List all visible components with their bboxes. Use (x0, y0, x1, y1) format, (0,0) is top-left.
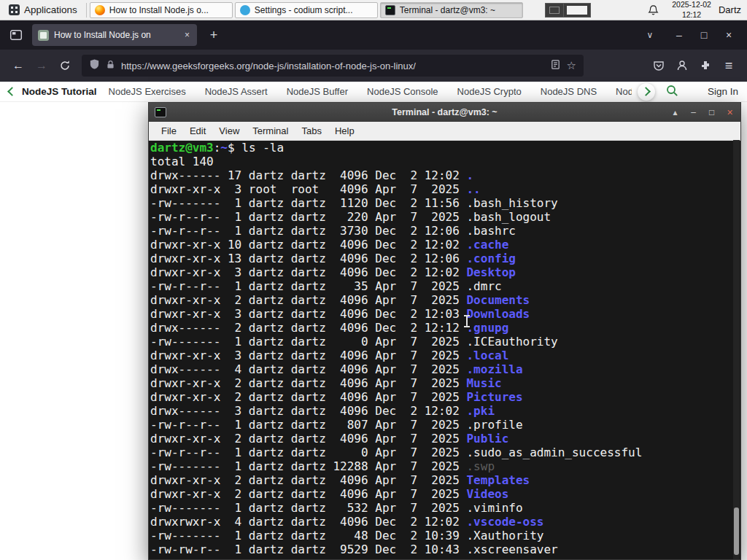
window-maximize-button[interactable]: □ (692, 20, 716, 50)
terminal-line: drwxr-xr-x 2 dartz dartz 4096 Apr 7 2025… (150, 390, 740, 404)
taskbar-button-terminal[interactable]: Terminal - dartz@vm3: ~ (380, 2, 523, 18)
clock-time: 12:12 (672, 10, 711, 20)
applications-icon (9, 4, 20, 15)
forward-button[interactable]: → (31, 55, 53, 77)
terminal-output[interactable]: dartz@vm3:~$ ls -latotal 140drwx------ 1… (149, 140, 740, 559)
terminal-menu-file[interactable]: File (155, 125, 183, 136)
terminal-menubar: FileEditViewTerminalTabsHelp (149, 122, 740, 141)
url-bar[interactable]: https://www.geeksforgeeks.org/node-js/in… (82, 55, 584, 77)
terminal-line: drwxr-xr-x 3 dartz dartz 4096 Apr 7 2025… (150, 349, 740, 362)
site-nav-link-6[interactable]: NodeJS DNS (541, 86, 597, 97)
terminal-line: drwxr-xr-x 2 dartz dartz 4096 Apr 7 2025… (150, 487, 740, 501)
search-icon[interactable] (665, 84, 678, 100)
site-nav-link-7[interactable]: Node (616, 86, 632, 97)
browser-tab[interactable]: How to Install Node.js on × (32, 24, 197, 46)
terminal-line: -rw-r--r-- 1 dartz dartz 220 Apr 7 2025 … (150, 210, 740, 224)
tab-close-icon[interactable]: × (183, 30, 191, 40)
taskbar-button-label: Terminal - dartz@vm3: ~ (400, 5, 495, 15)
terminal-window-controls: ▴ – □ × (669, 103, 736, 122)
terminal-app-icon (155, 107, 166, 117)
terminal-titlebar[interactable]: Terminal - dartz@vm3: ~ ▴ – □ × (149, 103, 740, 122)
browser-toolbar: ← → https://www.geeksforgeeks.org/node-j… (0, 50, 747, 82)
user-menu[interactable]: Dartz (719, 4, 741, 15)
top-panel: Applications How to Install Node.js o...… (0, 0, 747, 20)
terminal-line: drwxr-xr-x 3 dartz dartz 4096 Dec 2 12:0… (150, 307, 740, 321)
site-nav-link-1[interactable]: NodeJS Exercises (109, 86, 186, 97)
terminal-output-lines: dartz@vm3:~$ ls -latotal 140drwx------ 1… (150, 141, 740, 556)
clock[interactable]: 2025-12-02 12:12 (672, 0, 711, 19)
terminal-window: Terminal - dartz@vm3: ~ ▴ – □ × FileEdit… (148, 102, 741, 560)
terminal-menu-edit[interactable]: Edit (183, 125, 212, 136)
firefox-icon (95, 5, 105, 15)
notification-bell-icon[interactable] (648, 4, 659, 16)
list-all-tabs-icon[interactable]: ∨ (640, 30, 659, 40)
extensions-icon[interactable] (694, 55, 716, 77)
workspace-2[interactable] (563, 4, 590, 17)
menu-icon[interactable]: ≡ (718, 55, 740, 77)
terminal-maximize-button[interactable]: □ (705, 107, 718, 117)
site-nav-back-chevron-icon[interactable] (7, 87, 17, 96)
terminal-line: drwx------ 17 dartz dartz 4096 Dec 2 12:… (150, 168, 740, 182)
site-nav-link-5[interactable]: NodeJS Crypto (457, 86, 522, 97)
pocket-icon[interactable] (648, 55, 670, 77)
panel-separator (86, 3, 87, 18)
terminal-menu-help[interactable]: Help (328, 125, 361, 136)
terminal-line: drwx------ 3 dartz dartz 4096 Dec 2 12:0… (150, 404, 740, 418)
site-nav-link-3[interactable]: NodeJS Buffer (287, 86, 348, 97)
workspace-window-active (567, 6, 587, 15)
site-nav-link-4[interactable]: NodeJS Console (367, 86, 438, 97)
chevron-right-icon (642, 87, 651, 96)
terminal-menu-tabs[interactable]: Tabs (295, 125, 328, 136)
site-nav-active-item[interactable]: NodeJS Tutorial (22, 86, 97, 97)
tab-favicon (38, 30, 49, 41)
site-nav-forward-button[interactable] (638, 83, 655, 101)
account-icon[interactable] (671, 55, 693, 77)
terminal-minimize-button[interactable]: – (687, 107, 700, 117)
back-button[interactable]: ← (7, 55, 29, 77)
bookmark-star-icon[interactable]: ☆ (567, 59, 576, 72)
lock-icon[interactable] (106, 59, 115, 73)
taskbar-button-codium[interactable]: Settings - codium script... (235, 2, 378, 18)
site-nav-links: NodeJS ExercisesNodeJS AssertNodeJS Buff… (109, 86, 632, 97)
terminal-line: drwxr-xr-x 13 dartz dartz 4096 Dec 2 12:… (150, 252, 740, 265)
terminal-scrollbar-track[interactable] (733, 140, 740, 559)
reload-button[interactable] (54, 55, 76, 77)
terminal-line: drwxr-xr-x 3 root root 4096 Apr 7 2025 .… (150, 182, 740, 196)
clock-date: 2025-12-02 (672, 0, 711, 9)
terminal-line: drwxr-xr-x 2 dartz dartz 4096 Apr 7 2025… (150, 293, 740, 307)
site-nav-link-2[interactable]: NodeJS Assert (205, 86, 268, 97)
terminal-line: drwxr-xr-x 10 dartz dartz 4096 Dec 2 12:… (150, 238, 740, 252)
window-close-button[interactable]: × (716, 20, 741, 50)
firefox-view-button[interactable] (6, 25, 26, 45)
applications-menu-button[interactable]: Applications (3, 0, 83, 20)
browser-tab-bar: How to Install Node.js on × + ∨ – □ × (0, 20, 747, 50)
taskbar-button-label: How to Install Node.js o... (109, 5, 209, 15)
reader-mode-icon[interactable] (550, 59, 561, 73)
tracking-protection-shield-icon[interactable] (89, 58, 100, 73)
site-nav-bar: NodeJS Tutorial NodeJS ExercisesNodeJS A… (0, 82, 747, 102)
terminal-shade-button[interactable]: ▴ (669, 107, 681, 117)
sign-in-button[interactable]: Sign In (708, 86, 738, 97)
window-minimize-button[interactable]: – (667, 20, 692, 50)
terminal-title: Terminal - dartz@vm3: ~ (149, 107, 740, 117)
terminal-line: -rw-r--r-- 1 dartz dartz 35 Apr 7 2025 .… (150, 279, 740, 293)
applications-label: Applications (24, 4, 77, 15)
terminal-menu-terminal[interactable]: Terminal (246, 125, 295, 136)
new-tab-button[interactable]: + (204, 28, 223, 43)
terminal-close-button[interactable]: × (724, 106, 736, 118)
workspace-1[interactable] (546, 4, 563, 17)
taskbar-button-label: Settings - codium script... (255, 5, 353, 15)
terminal-line: drwxrwxr-x 4 dartz dartz 4096 Dec 2 12:0… (150, 515, 740, 529)
workspace-switcher[interactable] (545, 3, 591, 18)
terminal-menu-view[interactable]: View (212, 125, 246, 136)
terminal-line: -rw------- 1 dartz dartz 532 Apr 7 2025 … (150, 501, 740, 515)
terminal-scrollbar-thumb[interactable] (734, 508, 739, 555)
terminal-line: -rw-r--r-- 1 dartz dartz 3730 Dec 2 12:0… (150, 224, 740, 238)
terminal-line: drwxr-xr-x 2 dartz dartz 4096 Apr 7 2025… (150, 473, 740, 487)
terminal-icon (385, 5, 395, 15)
taskbar-button-firefox[interactable]: How to Install Node.js o... (90, 2, 233, 18)
tab-title: How to Install Node.js on (54, 30, 178, 40)
terminal-line: drwx------ 4 dartz dartz 4096 Apr 7 2025… (150, 362, 740, 376)
url-text[interactable]: https://www.geeksforgeeks.org/node-js/in… (121, 61, 544, 71)
terminal-line: -rw-rw-r-- 1 dartz dartz 9529 Dec 2 10:4… (150, 542, 740, 556)
